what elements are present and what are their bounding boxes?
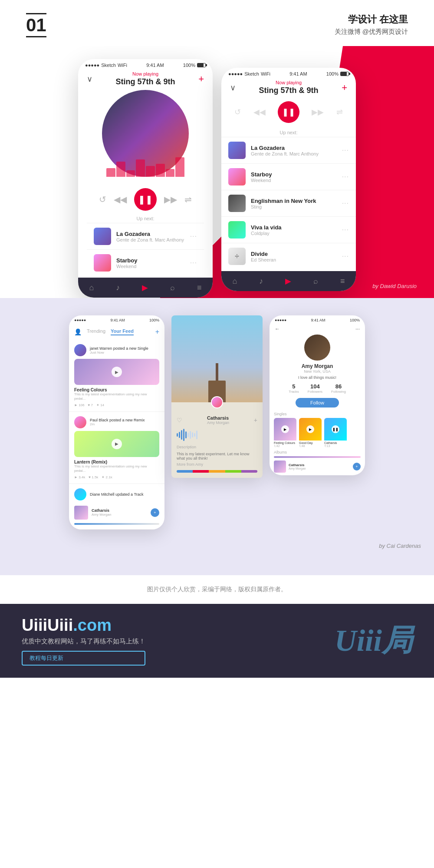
logo-com: .com [73, 616, 112, 634]
add-track-button[interactable]: + [151, 508, 159, 517]
shuffle-icon[interactable]: ⇌ [336, 107, 343, 117]
music-icon[interactable]: ♪ [259, 277, 263, 286]
play-button[interactable]: ▶ [112, 439, 122, 449]
stat-following: 86 Following [331, 383, 346, 394]
pause-button[interactable]: ❚❚ [278, 101, 299, 123]
single-3[interactable]: ❚❚ Catharsis 2:13 [324, 418, 347, 447]
next-icon[interactable]: ▶▶ [164, 194, 177, 205]
feed-user-row3: Diane Mitchell updated a Track [74, 488, 159, 500]
menu-icon[interactable]: ≡ [340, 277, 345, 286]
repeat-icon[interactable]: ↺ [99, 194, 106, 205]
page-number: 01 [26, 13, 46, 37]
single-2[interactable]: ▶ Good Day 1:48 [299, 418, 322, 447]
more-icon[interactable]: ··· [342, 226, 349, 234]
play-button[interactable]: ▶ [112, 367, 122, 377]
track-item-3[interactable]: Englishman in New York Sting ··· [221, 190, 356, 216]
battery-label: 100% [326, 71, 339, 76]
single-1[interactable]: ▶ Feeling Colours 1:42 [274, 418, 296, 447]
more-icon[interactable]: ··· [342, 146, 349, 154]
track-item-5[interactable]: ÷ Divide Ed Sheeran ··· [221, 243, 356, 269]
feed-media[interactable]: ▶ [74, 359, 159, 385]
sound-waves [102, 157, 189, 177]
play-icon[interactable]: ▶ [281, 425, 289, 433]
album-progress [274, 456, 361, 458]
pause-button[interactable]: ❚❚ [134, 188, 157, 211]
photo-song-center: Catharsis Amy Morgan [207, 415, 229, 425]
stat-label: Tracks [289, 390, 299, 394]
feed-media[interactable]: ▶ [74, 431, 159, 457]
more-icon[interactable]: ··· [190, 232, 197, 240]
more-icon[interactable]: ··· [190, 259, 197, 267]
photo-song-name: Catharsis [207, 415, 229, 421]
follow-button[interactable]: Follow [296, 398, 339, 407]
play-icon[interactable]: ▶ [306, 425, 314, 433]
more-icon[interactable]: ··· [342, 173, 349, 181]
add-icon[interactable]: + [342, 82, 347, 93]
single-duration: 1:42 [274, 444, 296, 447]
photo-card: ♡ Catharsis Amy Morgan + [171, 315, 263, 478]
menu-icon[interactable]: ≡ [197, 283, 202, 292]
track-name: Viva la vida [251, 224, 342, 231]
share-count: ✦ 2.1k [102, 475, 112, 479]
track-artist: Weekend [251, 178, 342, 183]
add-icon[interactable]: + [198, 73, 204, 85]
signal-icon: ●●●●● [85, 63, 99, 68]
photo-top [171, 315, 263, 402]
search-icon[interactable]: ⌕ [313, 277, 318, 286]
search-icon[interactable]: ⌕ [170, 283, 175, 292]
single-name: Good Day [299, 441, 322, 444]
prev-icon[interactable]: ◀◀ [114, 194, 127, 205]
track-artist: Coldplay [251, 231, 342, 236]
feed-time: Just Now [90, 351, 148, 354]
track-name: La Gozadera [116, 231, 190, 237]
track-item-1[interactable]: La Gozadera Gente de Zona ft. Marc Antho… [221, 137, 356, 163]
phone2: ●●●●● Sketch WiFi 9:41 AM 100% ∨ Now pla… [221, 68, 356, 291]
back-icon[interactable]: ← [275, 326, 280, 332]
phone2-statusbar: ●●●●● Sketch WiFi 9:41 AM 100% [221, 68, 356, 78]
chevron-down-icon[interactable]: ∨ [87, 74, 92, 84]
daily-update-button[interactable]: 教程每日更新 [22, 651, 145, 666]
tab-trending[interactable]: Trending [87, 328, 105, 335]
track-item-4[interactable]: Viva la vida Coldplay ··· [221, 216, 356, 243]
song-avatar [211, 396, 223, 408]
heart-icon[interactable]: ♡ [177, 417, 182, 424]
feed-item-3: Diane Mitchell updated a Track Catharsis… [69, 484, 164, 530]
music-icon[interactable]: ♪ [116, 283, 120, 292]
home-icon[interactable]: ⌂ [232, 277, 237, 286]
profile-icon[interactable]: 👤 [74, 328, 82, 335]
chevron-down-icon[interactable]: ∨ [230, 83, 236, 93]
photo-title-row: ♡ Catharsis Amy Morgan + [177, 415, 257, 425]
wave-bar [106, 168, 115, 177]
time-label: 9:41 AM [311, 318, 326, 322]
add-tab-icon[interactable]: + [155, 328, 159, 336]
add-icon[interactable]: + [254, 417, 257, 424]
more-icon[interactable]: ··· [342, 199, 349, 207]
up-next-label2: Up next: [221, 126, 356, 137]
stat-tracks: 5 Tracks [289, 383, 299, 394]
home-icon[interactable]: ⌂ [89, 283, 94, 292]
add-album-button[interactable]: + [353, 463, 361, 470]
next-icon[interactable]: ▶▶ [312, 107, 324, 117]
stat-num: 104 [308, 383, 322, 390]
profile-statusbar: ●●●●● 9:41 AM 100% [270, 315, 365, 323]
more-icon[interactable]: ··· [355, 326, 360, 332]
pause-icon[interactable]: ❚❚ [332, 425, 339, 433]
signal-icon: ●●●●● [275, 318, 286, 322]
track-item-2[interactable]: Starboy Weekend ··· [87, 249, 204, 276]
track-item-1[interactable]: La Gozadera Gente de Zona ft. Marc Antho… [87, 223, 204, 249]
wave-bar [116, 162, 125, 177]
footer-note: 图片仅供个人欣赏，采编于网络，版权归属原作者。 [0, 575, 434, 604]
track-item-2[interactable]: Starboy Weekend ··· [221, 163, 356, 190]
more-icon[interactable]: ··· [342, 252, 349, 260]
play-icon[interactable]: ▶ [285, 276, 291, 286]
prev-icon[interactable]: ◀◀ [253, 107, 266, 117]
shuffle-icon[interactable]: ⇌ [184, 194, 192, 205]
repeat-icon[interactable]: ↺ [234, 107, 241, 117]
mini-info: Catharsis Amy Morgan [92, 508, 111, 517]
battery-icon [197, 63, 206, 67]
tab-your-feed[interactable]: Your Feed [111, 328, 134, 335]
track-artist: Sting [251, 204, 342, 209]
profile-stats: 5 Tracks 104 Followers 86 Following [270, 383, 365, 394]
play-icon[interactable]: ▶ [142, 283, 148, 292]
feed-avatar [74, 416, 86, 428]
